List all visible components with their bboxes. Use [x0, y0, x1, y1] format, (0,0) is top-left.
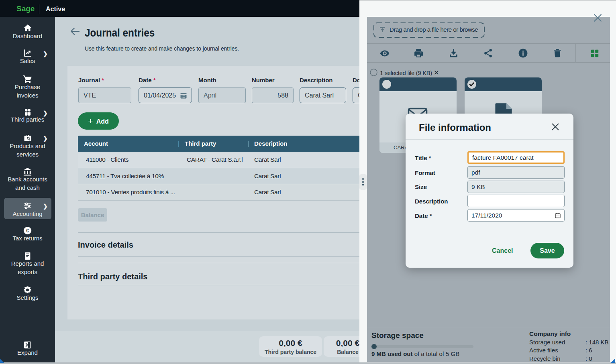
svg-text:€: €	[26, 228, 29, 234]
